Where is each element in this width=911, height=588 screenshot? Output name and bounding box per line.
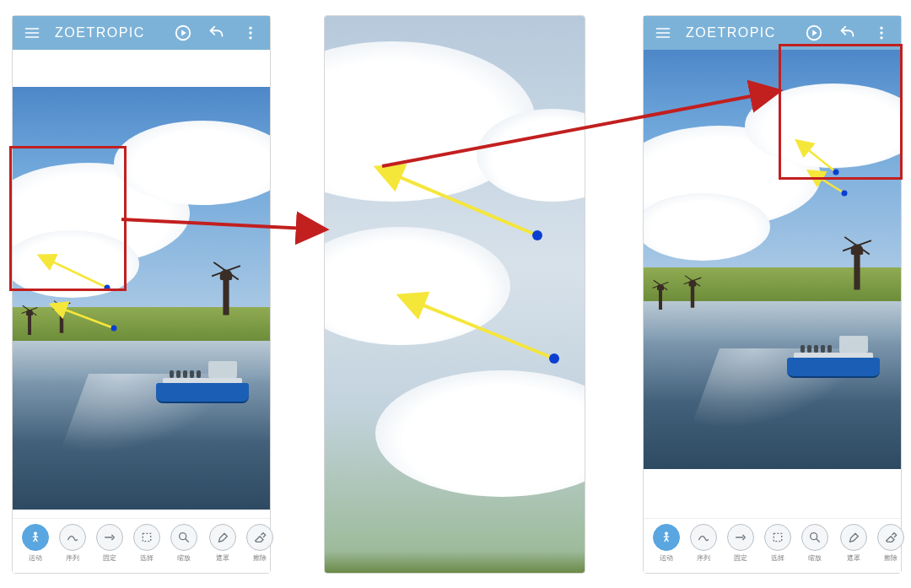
tool-group-left: 运动序列固定选择缩放 — [652, 524, 829, 563]
tool-label: 遮罩 — [216, 553, 229, 563]
svg-point-8 — [34, 532, 36, 535]
app-bar: ZOETROPIC — [13, 16, 270, 50]
zoom-icon — [801, 524, 828, 551]
tool-erase[interactable]: 擦除 — [245, 524, 274, 563]
landscape-scene — [644, 50, 901, 469]
more-vert-icon[interactable] — [240, 22, 261, 44]
svg-point-23 — [665, 532, 667, 535]
canvas-bottom-padding — [13, 510, 270, 518]
tool-stabilize[interactable]: 固定 — [95, 524, 124, 563]
tool-mask[interactable]: 遮罩 — [839, 524, 868, 563]
tool-group-left: 运动序列固定选择缩放 — [21, 524, 198, 563]
svg-point-3 — [249, 36, 251, 39]
mask-icon — [209, 524, 236, 551]
tool-motion[interactable]: 运动 — [21, 524, 50, 563]
tool-motion[interactable]: 运动 — [652, 524, 681, 563]
app-bar: ZOETROPIC — [644, 16, 901, 50]
tool-zoom[interactable]: 缩放 — [170, 524, 198, 563]
motion-icon — [22, 524, 49, 551]
mask-icon — [840, 524, 867, 551]
svg-point-18 — [880, 36, 882, 39]
zoom-icon — [170, 524, 197, 551]
tool-label: 遮罩 — [847, 553, 860, 563]
tool-bar: 运动序列固定选择缩放 遮罩擦除 — [13, 518, 270, 573]
landscape-scene — [13, 87, 270, 510]
tool-sequence[interactable]: 序列 — [58, 524, 87, 563]
tool-label: 缩放 — [177, 553, 191, 563]
tutorial-stage: ZOETROPIC — [0, 0, 911, 588]
tool-label: 序列 — [66, 553, 79, 563]
tool-label: 运动 — [660, 553, 673, 563]
tool-label: 选择 — [771, 553, 784, 563]
phone-screenshot-before: ZOETROPIC — [12, 15, 271, 574]
more-vert-icon[interactable] — [871, 22, 892, 44]
select-icon — [764, 524, 791, 551]
svg-rect-9 — [143, 533, 150, 541]
tool-group-right: 遮罩擦除 — [839, 524, 905, 563]
tool-label: 擦除 — [884, 553, 898, 563]
tool-bar: 运动序列固定选择缩放 遮罩擦除 — [644, 518, 901, 573]
tool-sequence[interactable]: 序列 — [689, 524, 718, 563]
svg-point-16 — [880, 27, 882, 30]
svg-point-1 — [249, 27, 251, 30]
app-title: ZOETROPIC — [686, 25, 776, 40]
svg-point-10 — [180, 533, 186, 540]
motion-icon — [653, 524, 680, 551]
svg-point-17 — [880, 31, 882, 34]
canvas-bottom-padding — [644, 469, 901, 518]
tool-group-right: 遮罩擦除 — [208, 524, 274, 563]
tool-stabilize[interactable]: 固定 — [726, 524, 755, 563]
phone-screenshot-after: ZOETROPIC — [643, 15, 902, 574]
tool-label: 序列 — [697, 553, 710, 563]
hamburger-icon[interactable] — [652, 22, 674, 44]
svg-point-25 — [811, 533, 817, 540]
tool-zoom[interactable]: 缩放 — [800, 524, 829, 563]
sequence-icon — [59, 524, 86, 551]
image-canvas[interactable] — [13, 87, 270, 510]
hamburger-icon[interactable] — [21, 22, 43, 44]
tool-label: 运动 — [29, 553, 42, 563]
image-canvas[interactable] — [644, 50, 901, 469]
tool-select[interactable]: 选择 — [132, 524, 161, 563]
canvas-top-padding — [13, 50, 270, 87]
tool-select[interactable]: 选择 — [763, 524, 792, 563]
stabilize-icon — [727, 524, 754, 551]
tool-label: 固定 — [734, 553, 747, 563]
svg-point-2 — [249, 31, 251, 34]
app-title: ZOETROPIC — [55, 25, 145, 40]
sequence-icon — [690, 524, 717, 551]
tool-mask[interactable]: 遮罩 — [208, 524, 237, 563]
undo-icon[interactable] — [837, 22, 859, 44]
select-icon — [133, 524, 160, 551]
undo-icon[interactable] — [206, 22, 228, 44]
tool-label: 擦除 — [253, 553, 267, 563]
erase-icon — [246, 524, 273, 551]
svg-rect-24 — [774, 533, 781, 541]
tool-label: 固定 — [103, 553, 116, 563]
tool-label: 缩放 — [808, 553, 822, 563]
zoomed-region-panel — [324, 15, 585, 574]
tool-label: 选择 — [140, 553, 154, 563]
stabilize-icon — [96, 524, 123, 551]
erase-icon — [877, 524, 904, 551]
play-circle-icon[interactable] — [803, 22, 825, 44]
play-circle-icon[interactable] — [172, 22, 194, 44]
tool-erase[interactable]: 擦除 — [876, 524, 905, 563]
